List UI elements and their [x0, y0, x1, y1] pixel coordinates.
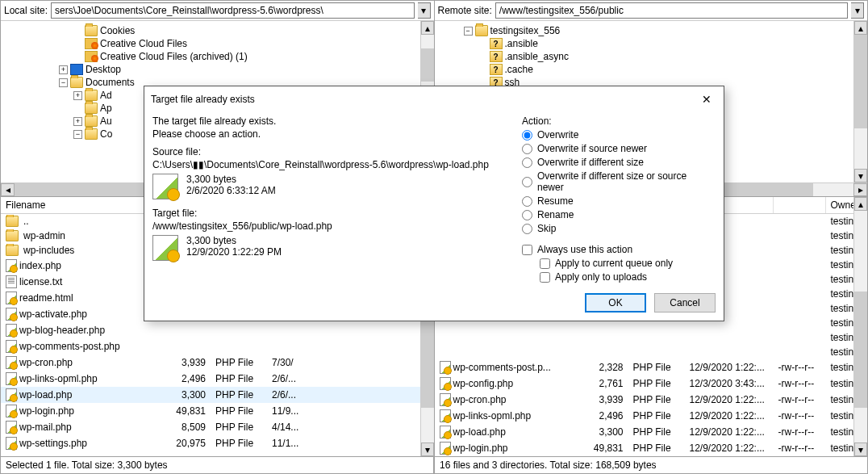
- tree-node[interactable]: Creative Cloud Files: [1, 37, 434, 50]
- file-name: wp-activate.php: [19, 308, 87, 320]
- apply-uploads-checkbox[interactable]: [540, 272, 550, 283]
- list-row[interactable]: wp-cron.php3,939PHP File12/9/2020 1:22:.…: [435, 392, 868, 408]
- list-row[interactable]: wp-cron.php3,939PHP File7/30/: [1, 354, 434, 371]
- list-row[interactable]: wp-comments-post.php: [1, 338, 434, 354]
- php-file-icon: [6, 388, 17, 401]
- file-date: [267, 346, 315, 347]
- scroll-down-icon[interactable]: ▾: [854, 169, 867, 182]
- file-date: [685, 322, 774, 324]
- action-label: Rename: [537, 209, 574, 220]
- file-size: 49,831: [162, 405, 211, 417]
- php-file-icon: [6, 340, 17, 353]
- tree-node[interactable]: ?.ansible: [435, 37, 868, 50]
- expander-icon[interactable]: +: [59, 65, 68, 74]
- tree-node[interactable]: +Desktop: [1, 63, 434, 76]
- action-label: Action:: [522, 115, 716, 127]
- list-row[interactable]: wp-settings.php20,975PHP File11/1...: [1, 435, 434, 451]
- action-radio[interactable]: [522, 224, 532, 234]
- file-name: wp-login.php: [453, 443, 508, 454]
- action-radio[interactable]: [522, 196, 532, 207]
- scroll-up-icon[interactable]: ▴: [421, 21, 434, 35]
- php-file-icon: [440, 361, 451, 374]
- file-date: [685, 351, 774, 353]
- expander-icon[interactable]: +: [73, 91, 82, 100]
- source-file-size: 3,300 bytes: [186, 174, 276, 185]
- tree-label: Ap: [100, 103, 112, 114]
- list-row[interactable]: wp-mail.php8,509PHP File4/14...: [1, 419, 434, 435]
- remote-path-input[interactable]: [495, 2, 848, 19]
- file-size: 3,300: [162, 388, 211, 401]
- tree-node[interactable]: Cookies: [1, 24, 434, 37]
- file-permissions: [774, 322, 826, 324]
- action-radio[interactable]: [522, 130, 532, 141]
- list-row[interactable]: wp-config.php2,761PHP File12/3/2020 3:43…: [435, 375, 868, 392]
- tree-node[interactable]: Creative Cloud Files (archived) (1): [1, 50, 434, 63]
- local-path-dropdown[interactable]: ▾: [418, 2, 431, 19]
- tree-node[interactable]: ?.cache: [435, 63, 868, 76]
- scroll-down-icon[interactable]: ▾: [421, 443, 434, 456]
- action-radio[interactable]: [522, 177, 532, 187]
- file-type: [211, 329, 267, 331]
- file-size: 2,328: [580, 361, 628, 374]
- scroll-up-icon[interactable]: ▴: [854, 197, 867, 211]
- remote-status: 16 files and 3 directories. Total size: …: [434, 457, 868, 474]
- scroll-down-icon[interactable]: ▾: [854, 443, 867, 456]
- action-label: Skip: [537, 223, 556, 234]
- cancel-button[interactable]: Cancel: [654, 293, 716, 313]
- file-name: wp-mail.php: [19, 422, 72, 433]
- list-row[interactable]: wp-comments-post.p...2,328PHP File12/9/2…: [435, 359, 868, 375]
- remote-path-dropdown[interactable]: ▾: [851, 2, 864, 19]
- scroll-up-icon[interactable]: ▴: [854, 21, 867, 35]
- expander-icon[interactable]: −: [59, 78, 68, 87]
- list-row[interactable]: wp-links-opml.php2,496PHP File2/6/...: [1, 371, 434, 387]
- list-row[interactable]: testingsitex ...: [435, 345, 868, 359]
- list-row[interactable]: wp-login.php49,831PHP File12/9/2020 1:22…: [435, 440, 868, 456]
- dialog-message-1: The target file already exists.: [152, 115, 506, 127]
- file-name: wp-config.php: [453, 378, 514, 389]
- action-radio[interactable]: [522, 210, 532, 220]
- ok-button[interactable]: OK: [585, 293, 646, 313]
- expander-icon[interactable]: +: [73, 117, 82, 126]
- php-file-icon: [6, 421, 17, 434]
- action-label: Overwrite if different size: [537, 157, 644, 168]
- file-permissions: -rw-r--r--: [774, 393, 826, 406]
- php-file-icon: [440, 409, 451, 422]
- file-name: readme.html: [19, 292, 73, 304]
- list-row[interactable]: testingsitex ...: [435, 330, 868, 345]
- php-file-icon: [6, 372, 17, 385]
- tree-node[interactable]: −testingsitex_556: [435, 24, 868, 37]
- tree-node[interactable]: ?.ansible_async: [435, 50, 868, 63]
- target-file-label: Target file:: [152, 208, 506, 219]
- source-file-label: Source file:: [152, 146, 506, 157]
- apply-queue-checkbox[interactable]: [540, 258, 550, 269]
- file-permissions: [774, 308, 826, 309]
- list-row[interactable]: wp-load.php3,300PHP File12/9/2020 1:22:.…: [435, 424, 868, 440]
- action-radio[interactable]: [522, 157, 532, 168]
- list-row[interactable]: wp-load.php3,300PHP File2/6/...: [1, 387, 434, 403]
- close-icon[interactable]: ✕: [696, 91, 717, 107]
- tree-label: Documents: [86, 77, 135, 88]
- file-name: wp-links-opml.php: [453, 410, 532, 422]
- expander-icon[interactable]: −: [73, 130, 82, 139]
- apply-queue-label: Apply to current queue only: [555, 258, 673, 269]
- list-row[interactable]: wp-links-opml.php2,496PHP File12/9/2020 …: [435, 408, 868, 424]
- file-permissions: -rw-r--r--: [774, 426, 826, 438]
- expander-icon[interactable]: −: [464, 27, 473, 36]
- file-size: 8,509: [162, 421, 211, 434]
- file-date: 4/14...: [267, 421, 315, 434]
- tree-label: Creative Cloud Files (archived) (1): [100, 51, 248, 62]
- col-filename[interactable]: Filename: [1, 197, 162, 213]
- always-use-label: Always use this action: [537, 244, 632, 255]
- local-path-input[interactable]: [51, 2, 414, 19]
- action-label: Overwrite if different size or source ne…: [537, 170, 716, 193]
- action-radio[interactable]: [522, 144, 532, 154]
- col-permissions[interactable]: [774, 197, 826, 213]
- file-type: [628, 337, 685, 338]
- always-use-checkbox[interactable]: [522, 245, 532, 255]
- file-date: 2/6/...: [267, 372, 315, 385]
- target-file-size: 3,300 bytes: [186, 235, 282, 246]
- list-row[interactable]: wp-login.php49,831PHP File11/9...: [1, 403, 434, 419]
- list-row[interactable]: wp-blog-header.php: [1, 322, 434, 338]
- file-type: [628, 351, 685, 353]
- file-date: [267, 329, 315, 331]
